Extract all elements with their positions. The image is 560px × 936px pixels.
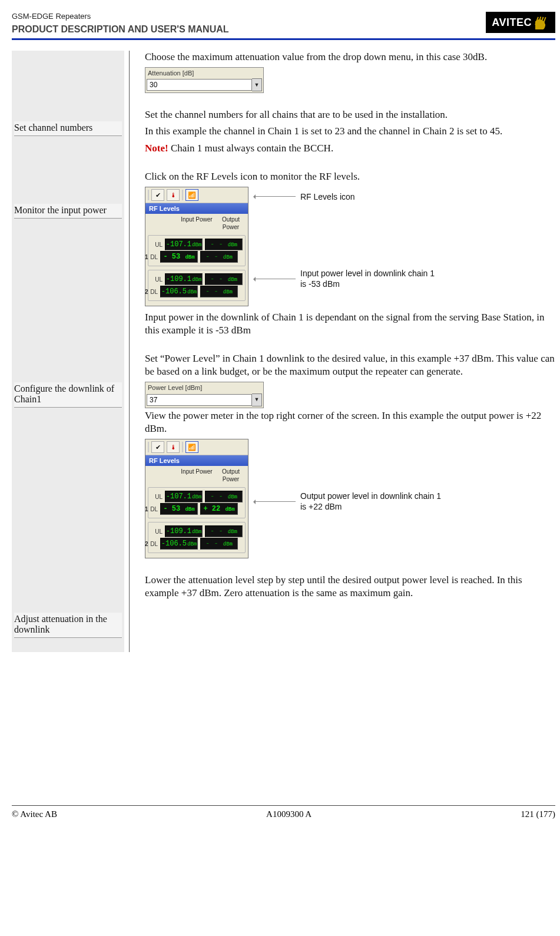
footer-doc-id: A1009300 A (266, 809, 312, 819)
rf1b-ul-in: -107.1dBm (165, 491, 203, 502)
channels-p2: In this example the channel in Chain 1 i… (145, 125, 555, 138)
callout-output-power-text: Output power level in downlink chain 1 i… (300, 491, 442, 512)
callout-arrow-icon (254, 279, 296, 279)
rf-col-input: Input Power (180, 216, 214, 231)
rf-col-output: Output Power (214, 216, 248, 231)
rf2b-ul-in: -109.1dBm (165, 525, 203, 537)
rf2-ul-out: - - dBm (205, 273, 243, 285)
rf-levels-panel-1: ✔ 🌡 📶 RF Levels Input Power Output Power (145, 187, 248, 306)
brand-sun-icon (535, 15, 549, 29)
attn-intro-text: Choose the maximum attenuation value fro… (145, 51, 555, 64)
toolbar-thermometer-icon[interactable]: 🌡 (167, 441, 180, 453)
footer-copyright: © Avitec AB (12, 809, 57, 819)
power-level-label: Power Level [dBm] (145, 382, 263, 393)
page-footer: © Avitec AB A1009300 A 121 (177) (12, 809, 555, 819)
callout-arrow-icon (254, 196, 296, 197)
rf1-dl-out: - - dBm (200, 251, 238, 263)
rf-levels-icon[interactable]: 📶 (185, 189, 198, 201)
rf2-dl-out: - - dBm (200, 286, 238, 297)
sidebar-step-configure-dl: Configure the downlink of Chain1 (14, 382, 122, 408)
channels-p1: Set the channel numbers for all chains t… (145, 108, 555, 121)
sidebar-step-adjust-attn: Adjust attenuation in the downlink (14, 613, 122, 638)
rf1-ul-in: -107.1dBm (165, 239, 203, 250)
rf-dl-label: DL (150, 253, 159, 261)
rf2b-dl-in: -106.5dBm (160, 538, 198, 550)
rf-levels-icon[interactable]: 📶 (185, 441, 198, 453)
rf2-ul-in: -109.1dBm (165, 273, 203, 285)
attenuation-input[interactable] (147, 79, 252, 91)
attenuation-dropdown: Attenuation [dB] ▼ (145, 67, 264, 93)
brand-logo: AVITEC (486, 12, 555, 33)
sidebar-step-monitor-input: Monitor the input power (14, 204, 122, 219)
footer-page-number: 121 (177) (521, 809, 555, 819)
section-channels: Set the channel numbers for all chains t… (145, 108, 555, 154)
power-level-dropdown: Power Level [dBm] ▼ (145, 382, 264, 408)
monitor-intro: Click on the RF Levels icon to monitor t… (145, 170, 555, 183)
rf2b-ul-out: - - dBm (205, 525, 243, 537)
step-sidebar: Set channel numbers Monitor the input po… (12, 51, 130, 652)
sidebar-step-set-channel: Set channel numbers (14, 121, 122, 136)
section-attenuation: Choose the maximum attenuation value fro… (145, 51, 555, 93)
note-text: Chain 1 must always contain the BCCH. (168, 143, 333, 154)
section-monitor: Click on the RF Levels icon to monitor t… (145, 170, 555, 338)
section-configure: Set “Power Level” in Chain 1 downlink to… (145, 352, 555, 558)
rf1b-dl-out: + 22 dBm (200, 503, 238, 515)
toolbar-status-icon[interactable]: ✔ (151, 441, 164, 453)
rf1b-ul-out: - - dBm (205, 491, 243, 502)
content-column: Choose the maximum attenuation value fro… (130, 51, 555, 652)
brand-logo-text: AVITEC (492, 16, 532, 29)
toolbar-thermometer-icon[interactable]: 🌡 (167, 189, 180, 201)
section-adjust: Lower the attenuation level step by step… (145, 574, 555, 600)
page-header: GSM-EDGE Repeaters PRODUCT DESCRIPTION A… (12, 12, 555, 35)
configure-p2: View the power meter in the top right co… (145, 409, 555, 435)
callout-rf-icon-text: RF Levels icon (300, 191, 355, 202)
note-prefix: Note! (145, 143, 168, 154)
channels-note: Note! Chain 1 must always contain the BC… (145, 142, 555, 155)
rf-toolbar: ✔ 🌡 📶 (145, 187, 248, 203)
power-level-dropdown-button[interactable]: ▼ (252, 393, 262, 406)
rf-levels-panel-2: ✔ 🌡 📶 RF Levels Input Power Output Power (145, 439, 248, 558)
rf-levels-title: RF Levels (145, 203, 248, 214)
footer-rule (12, 805, 555, 806)
toolbar-status-icon[interactable]: ✔ (151, 189, 164, 201)
configure-p1: Set “Power Level” in Chain 1 downlink to… (145, 352, 555, 378)
monitor-post-text: Input power in the downlink of Chain 1 i… (145, 311, 555, 337)
doc-type: GSM-EDGE Repeaters (12, 12, 229, 21)
power-level-input[interactable] (147, 394, 252, 406)
rf1b-dl-in: - 53 dBm (160, 503, 198, 515)
callout-input-power-text: Input power level in downlink chain 1 is… (300, 268, 436, 289)
header-rule (12, 38, 555, 40)
rf1-dl-in: - 53 dBm (160, 251, 198, 263)
rf2-dl-in: -106.5dBm (160, 286, 198, 297)
manual-title: PRODUCT DESCRIPTION AND USER'S MANUAL (12, 24, 229, 35)
rf-ul-label: UL (150, 241, 164, 249)
rf2b-dl-out: - - dBm (200, 538, 238, 550)
callout-arrow-icon (254, 501, 296, 502)
attenuation-dropdown-button[interactable]: ▼ (252, 78, 262, 91)
rf1-ul-out: - - dBm (205, 239, 243, 250)
attenuation-label: Attenuation [dB] (145, 68, 263, 78)
adjust-p1: Lower the attenuation level step by step… (145, 574, 555, 600)
